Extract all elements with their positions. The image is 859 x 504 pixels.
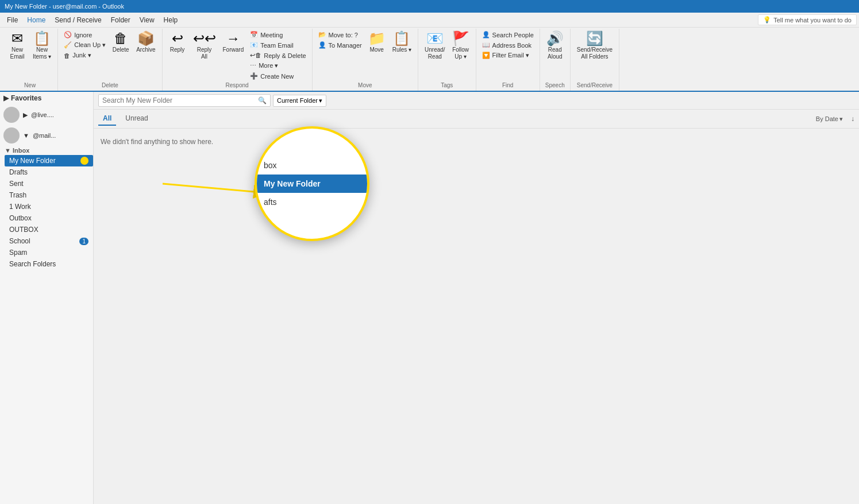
- follow-up-button[interactable]: 🚩 FollowUp ▾: [449, 30, 472, 62]
- address-book-button[interactable]: 📖 Address Book: [480, 40, 536, 50]
- magnified-item-drafts: afts: [257, 193, 367, 211]
- main-layout: ▶ Favorites ▶ @live.... ▼ @mail... ▼ Inb…: [0, 92, 859, 504]
- menu-file[interactable]: File: [2, 15, 22, 25]
- archive-button[interactable]: 📦 Archive: [133, 30, 158, 55]
- menu-send-receive[interactable]: Send / Receive: [50, 15, 106, 25]
- address-book-icon: 📖: [482, 41, 490, 49]
- menu-bar: File Home Send / Receive Folder View Hel…: [0, 13, 859, 28]
- sidebar-item-outbox[interactable]: Outbox: [5, 212, 93, 224]
- search-people-button[interactable]: 👤 Search People: [480, 30, 536, 40]
- sidebar-item-my-new-folder[interactable]: My New Folder: [5, 155, 93, 166]
- folder-school-label: School: [9, 237, 79, 245]
- sidebar-item-sent[interactable]: Sent: [5, 178, 93, 189]
- reply-icon: ↩: [172, 32, 183, 45]
- ribbon-group-new: ✉ NewEmail 📋 NewItems ▾ New: [2, 29, 58, 91]
- by-date-button[interactable]: By Date ▾: [812, 114, 846, 125]
- sidebar-item-outbox2[interactable]: OUTBOX: [5, 224, 93, 235]
- inbox-collapse-icon: ▼: [5, 147, 11, 154]
- filter-tab-unread[interactable]: Unread: [121, 112, 152, 126]
- read-aloud-button[interactable]: 🔊 ReadAloud: [544, 30, 567, 62]
- unread-read-icon: 📧: [426, 32, 444, 45]
- filter-tab-all[interactable]: All: [98, 112, 116, 126]
- move-icon: 📁: [368, 32, 386, 45]
- read-aloud-icon: 🔊: [546, 32, 564, 45]
- to-manager-icon: 👤: [318, 41, 326, 49]
- account-live-email: @live....: [31, 111, 54, 118]
- menu-folder[interactable]: Folder: [106, 15, 135, 25]
- reply-button[interactable]: ↩ Reply: [166, 30, 189, 55]
- sidebar-item-1-work[interactable]: 1 Work: [5, 201, 93, 212]
- new-items-icon: 📋: [33, 32, 51, 45]
- search-input[interactable]: [102, 96, 258, 104]
- create-new-icon: ➕: [250, 72, 258, 80]
- to-manager-button[interactable]: 👤 To Manager: [316, 40, 364, 50]
- tell-me-text: Tell me what you want to do: [773, 17, 852, 24]
- reply-delete-icon: ↩🗑: [250, 52, 261, 59]
- create-new-button[interactable]: ➕ Create New: [248, 71, 308, 81]
- team-email-icon: 📧: [250, 41, 258, 49]
- send-receive-icon: 🔄: [586, 32, 603, 45]
- archive-icon: 📦: [137, 32, 155, 45]
- ignore-button[interactable]: 🚫 Ignore: [61, 30, 108, 40]
- sidebar-favorites-header[interactable]: ▶ Favorites: [0, 92, 93, 104]
- sidebar-account-mail[interactable]: ▼ @mail...: [0, 125, 93, 146]
- empty-message: We didn't find anything to show here.: [94, 129, 859, 155]
- unread-read-button[interactable]: 📧 Unread/Read: [422, 30, 448, 62]
- new-email-button[interactable]: ✉ NewEmail: [6, 30, 29, 62]
- forward-icon: →: [226, 32, 240, 45]
- cleanup-button[interactable]: 🧹 Clean Up ▾: [61, 40, 108, 50]
- filter-email-icon: 🔽: [482, 52, 490, 59]
- ribbon-group-new-label: New: [24, 82, 36, 90]
- current-folder-button[interactable]: Current Folder ▾: [273, 95, 326, 107]
- sort-dropdown-icon: ▾: [839, 115, 843, 123]
- sort-arrow[interactable]: ↓: [851, 115, 854, 123]
- favorites-label: Favorites: [11, 94, 41, 102]
- more-respond-button[interactable]: ⋯ More ▾: [248, 61, 308, 71]
- lightbulb-icon: 💡: [763, 16, 771, 24]
- folder-1-work-label: 1 Work: [9, 203, 88, 211]
- ribbon-group-delete-label: Delete: [102, 82, 118, 90]
- folder-outbox-label: Outbox: [9, 214, 88, 222]
- forward-button[interactable]: → Forward: [220, 30, 247, 55]
- rules-button[interactable]: 📋 Rules ▾: [390, 30, 414, 55]
- delete-button[interactable]: 🗑 Delete: [109, 30, 132, 55]
- meeting-icon: 📅: [250, 31, 258, 38]
- team-email-button[interactable]: 📧 Team Email: [248, 40, 308, 50]
- sidebar: ▶ Favorites ▶ @live.... ▼ @mail... ▼ Inb…: [0, 92, 94, 504]
- ribbon-group-send-receive: 🔄 Send/ReceiveAll Folders Send/Receive: [571, 29, 619, 91]
- tell-me-box[interactable]: 💡 Tell me what you want to do: [758, 14, 857, 25]
- reply-all-button[interactable]: ↩↩ ReplyAll: [190, 30, 219, 62]
- sidebar-item-search-folders[interactable]: Search Folders: [5, 258, 93, 270]
- ribbon-group-speech: 🔊 ReadAloud Speech: [540, 29, 571, 91]
- more-icon: ⋯: [250, 62, 256, 69]
- reply-delete-button[interactable]: ↩🗑 Reply & Delete: [248, 51, 308, 60]
- folder-my-new-folder-label: My New Folder: [9, 157, 78, 165]
- ignore-icon: 🚫: [64, 31, 72, 38]
- content-area: 🔍 Current Folder ▾ All Unread By Date ▾ …: [94, 92, 859, 504]
- ribbon-group-move-label: Move: [358, 82, 372, 90]
- menu-help[interactable]: Help: [159, 15, 183, 25]
- sidebar-item-spam[interactable]: Spam: [5, 247, 93, 258]
- sidebar-item-drafts[interactable]: Drafts: [5, 166, 93, 178]
- ribbon-group-speech-label: Speech: [545, 82, 565, 90]
- search-input-wrapper[interactable]: 🔍: [98, 94, 271, 107]
- move-to-button[interactable]: 📂 Move to: ?: [316, 30, 364, 40]
- menu-home[interactable]: Home: [22, 15, 50, 25]
- move-button[interactable]: 📁 Move: [365, 30, 388, 55]
- sidebar-item-school[interactable]: School 1: [5, 235, 93, 247]
- ribbon-group-delete: 🚫 Ignore 🧹 Clean Up ▾ 🗑 Junk ▾ 🗑 Delete …: [58, 29, 162, 91]
- sidebar-item-trash[interactable]: Trash: [5, 189, 93, 201]
- meeting-button[interactable]: 📅 Meeting: [248, 30, 308, 40]
- sidebar-account-live[interactable]: ▶ @live....: [0, 104, 93, 125]
- menu-view[interactable]: View: [135, 15, 159, 25]
- junk-button[interactable]: 🗑 Junk ▾: [61, 51, 108, 60]
- ribbon-group-find-label: Find: [502, 82, 513, 90]
- send-receive-all-button[interactable]: 🔄 Send/ReceiveAll Folders: [574, 30, 615, 62]
- school-badge: 1: [79, 238, 88, 245]
- filter-email-button[interactable]: 🔽 Filter Email ▾: [480, 51, 536, 60]
- title-bar: My New Folder - user@mail.com - Outlook: [0, 0, 859, 13]
- ribbon-group-tags-label: Tags: [441, 82, 453, 90]
- new-items-button[interactable]: 📋 NewItems ▾: [30, 30, 54, 62]
- move-to-icon: 📂: [318, 31, 326, 38]
- rules-icon: 📋: [393, 32, 410, 45]
